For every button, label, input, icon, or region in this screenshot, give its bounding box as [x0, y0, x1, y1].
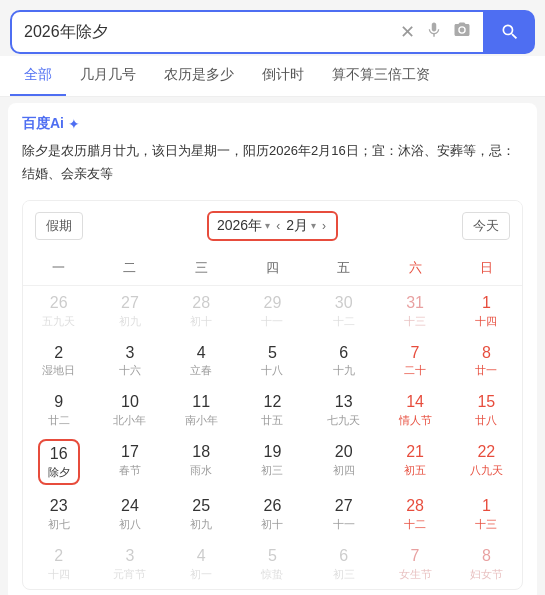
day-lunar: 初九: [190, 517, 212, 532]
table-row[interactable]: 19 初三: [237, 435, 308, 489]
day-number: 24: [121, 496, 139, 517]
day-cell: 2 十四: [25, 543, 92, 585]
table-row[interactable]: 2 十四: [23, 539, 94, 589]
table-row[interactable]: 1 十三: [451, 489, 522, 539]
table-row[interactable]: 26 初十: [237, 489, 308, 539]
day-number: 17: [121, 442, 139, 463]
table-row[interactable]: 14 情人节: [379, 385, 450, 435]
weekday-fri: 五: [308, 251, 379, 286]
table-row[interactable]: 12 廿五: [237, 385, 308, 435]
table-row[interactable]: 16 除夕: [23, 435, 94, 489]
day-cell: 26 五九天: [25, 290, 92, 332]
table-row[interactable]: 23 初七: [23, 489, 94, 539]
day-cell: 29 十一: [239, 290, 306, 332]
prev-month-button[interactable]: ‹: [274, 219, 282, 233]
clear-button[interactable]: ✕: [400, 21, 415, 43]
day-number: 11: [192, 392, 210, 413]
table-row[interactable]: 8 廿一: [451, 336, 522, 386]
table-row[interactable]: 22 八九天: [451, 435, 522, 489]
day-lunar: 十一: [261, 314, 283, 329]
table-row[interactable]: 6 十九: [308, 336, 379, 386]
day-cell: 28 初十: [168, 290, 235, 332]
holiday-button[interactable]: 假期: [35, 212, 83, 240]
tab-date[interactable]: 几月几号: [66, 56, 150, 96]
year-selector[interactable]: 2026年 ▾: [217, 217, 270, 235]
day-cell: 24 初八: [96, 493, 163, 535]
table-row[interactable]: 3 十六: [94, 336, 165, 386]
camera-button[interactable]: [453, 21, 471, 44]
table-row[interactable]: 1 十四: [451, 285, 522, 335]
table-row[interactable]: 7 女生节: [379, 539, 450, 589]
day-lunar: 初五: [404, 463, 426, 478]
content-area: 百度Ai ✦ 除夕是农历腊月廿九，该日为星期一，阳历2026年2月16日；宜：沐…: [8, 103, 537, 595]
day-cell: 5 惊蛰: [239, 543, 306, 585]
today-button[interactable]: 今天: [462, 212, 510, 240]
month-selector[interactable]: 2月 ▾: [286, 217, 316, 235]
table-row[interactable]: 10 北小年: [94, 385, 165, 435]
weekday-sat: 六: [379, 251, 450, 286]
table-row[interactable]: 4 立春: [166, 336, 237, 386]
table-row[interactable]: 20 初四: [308, 435, 379, 489]
table-row[interactable]: 24 初八: [94, 489, 165, 539]
table-row[interactable]: 13 七九天: [308, 385, 379, 435]
mic-button[interactable]: [425, 21, 443, 44]
table-row[interactable]: 2 湿地日: [23, 336, 94, 386]
table-row[interactable]: 11 南小年: [166, 385, 237, 435]
day-lunar: 廿八: [475, 413, 497, 428]
calendar: 假期 2026年 ▾ ‹ 2月 ▾ › 今天 一 二: [22, 200, 523, 590]
day-lunar: 十二: [404, 517, 426, 532]
table-row[interactable]: 26 五九天: [23, 285, 94, 335]
day-number: 13: [335, 392, 353, 413]
day-cell: 27 初九: [96, 290, 163, 332]
table-row[interactable]: 25 初九: [166, 489, 237, 539]
tab-salary[interactable]: 算不算三倍工资: [318, 56, 444, 96]
day-lunar: 十一: [333, 517, 355, 532]
table-row[interactable]: 28 十二: [379, 489, 450, 539]
table-row[interactable]: 29 十一: [237, 285, 308, 335]
table-row[interactable]: 21 初五: [379, 435, 450, 489]
tab-all[interactable]: 全部: [10, 56, 66, 96]
day-number: 1: [482, 496, 491, 517]
table-row[interactable]: 9 廿二: [23, 385, 94, 435]
next-month-button[interactable]: ›: [320, 219, 328, 233]
day-number: 29: [264, 293, 282, 314]
table-row[interactable]: 3 元宵节: [94, 539, 165, 589]
day-lunar: 惊蛰: [261, 567, 283, 582]
table-row[interactable]: 6 初三: [308, 539, 379, 589]
table-row[interactable]: 27 十一: [308, 489, 379, 539]
day-lunar: 廿二: [48, 413, 70, 428]
day-cell: 22 八九天: [453, 439, 520, 481]
search-button[interactable]: [485, 10, 535, 54]
tab-countdown[interactable]: 倒计时: [248, 56, 318, 96]
day-lunar: 初十: [190, 314, 212, 329]
day-number: 1: [482, 293, 491, 314]
table-row[interactable]: 8 妇女节: [451, 539, 522, 589]
table-row[interactable]: 17 春节: [94, 435, 165, 489]
tab-lunar[interactable]: 农历是多少: [150, 56, 248, 96]
weekday-tue: 二: [94, 251, 165, 286]
day-cell: 28 十二: [381, 493, 448, 535]
day-number: 6: [339, 343, 348, 364]
table-row[interactable]: 31 十三: [379, 285, 450, 335]
search-input[interactable]: [24, 23, 400, 41]
table-row[interactable]: 5 惊蛰: [237, 539, 308, 589]
table-row[interactable]: 30 十二: [308, 285, 379, 335]
day-cell: 8 妇女节: [453, 543, 520, 585]
table-row[interactable]: 5 十八: [237, 336, 308, 386]
day-number: 27: [121, 293, 139, 314]
table-row[interactable]: 15 廿八: [451, 385, 522, 435]
table-row[interactable]: 18 雨水: [166, 435, 237, 489]
table-row[interactable]: 7 二十: [379, 336, 450, 386]
table-row[interactable]: 4 初一: [166, 539, 237, 589]
day-number: 21: [406, 442, 424, 463]
day-lunar: 十四: [48, 567, 70, 582]
day-lunar: 元宵节: [113, 567, 146, 582]
day-number: 27: [335, 496, 353, 517]
table-row[interactable]: 27 初九: [94, 285, 165, 335]
day-cell: 3 元宵节: [96, 543, 163, 585]
day-lunar: 初三: [261, 463, 283, 478]
day-number: 5: [268, 546, 277, 567]
table-row[interactable]: 28 初十: [166, 285, 237, 335]
day-lunar: 十八: [261, 363, 283, 378]
day-cell: 30 十二: [310, 290, 377, 332]
